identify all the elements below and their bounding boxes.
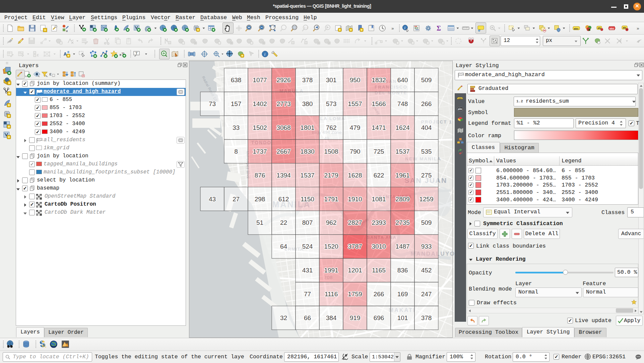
svg-text:638: 638 bbox=[231, 76, 242, 84]
svg-text:962: 962 bbox=[326, 219, 337, 226]
svg-text:77: 77 bbox=[304, 291, 311, 298]
svg-text:3010: 3010 bbox=[372, 243, 386, 250]
svg-text:abc: abc bbox=[609, 27, 615, 30]
svg-text:abc: abc bbox=[574, 27, 579, 30]
svg-text:266: 266 bbox=[421, 100, 432, 107]
svg-text:ab: ab bbox=[598, 27, 601, 30]
svg-text:452: 452 bbox=[421, 267, 432, 274]
svg-text:640: 640 bbox=[397, 76, 408, 84]
svg-text:i: i bbox=[264, 52, 266, 57]
svg-text:1520: 1520 bbox=[324, 243, 338, 250]
svg-text:8: 8 bbox=[234, 148, 238, 155]
svg-text:1201: 1201 bbox=[348, 267, 362, 274]
svg-text:1791: 1791 bbox=[324, 196, 338, 203]
svg-text:2773: 2773 bbox=[276, 100, 291, 107]
svg-text:32: 32 bbox=[280, 314, 287, 321]
svg-text:535: 535 bbox=[421, 148, 432, 155]
svg-text:1165: 1165 bbox=[372, 267, 386, 274]
svg-text:836: 836 bbox=[397, 267, 408, 274]
svg-text:378: 378 bbox=[302, 76, 313, 84]
svg-text:43: 43 bbox=[209, 196, 216, 203]
svg-text:1259: 1259 bbox=[419, 196, 433, 203]
svg-text:1402: 1402 bbox=[253, 100, 267, 107]
svg-text:1537: 1537 bbox=[395, 148, 409, 155]
svg-text:ab: ab bbox=[623, 26, 626, 29]
svg-text:1801: 1801 bbox=[300, 124, 314, 131]
svg-text:1502: 1502 bbox=[253, 124, 267, 131]
svg-text:378: 378 bbox=[421, 314, 432, 321]
svg-text:247: 247 bbox=[421, 291, 432, 298]
svg-text:1566: 1566 bbox=[372, 100, 386, 107]
svg-text:1537: 1537 bbox=[300, 172, 314, 179]
svg-text:266: 266 bbox=[374, 291, 384, 298]
svg-text:380: 380 bbox=[302, 100, 313, 107]
svg-text:2926: 2926 bbox=[276, 76, 291, 84]
svg-text:51: 51 bbox=[256, 219, 263, 226]
svg-text:1737: 1737 bbox=[253, 148, 267, 155]
svg-text:1116: 1116 bbox=[325, 291, 338, 298]
svg-text:33: 33 bbox=[233, 124, 240, 131]
svg-text:1832: 1832 bbox=[372, 76, 386, 84]
svg-text:790: 790 bbox=[350, 148, 361, 155]
svg-text:933: 933 bbox=[421, 243, 432, 250]
svg-text:Σ: Σ bbox=[437, 24, 441, 32]
svg-text:27: 27 bbox=[233, 196, 240, 203]
svg-text:abc: abc bbox=[458, 108, 463, 111]
svg-text:1991: 1991 bbox=[324, 267, 338, 274]
svg-text:748: 748 bbox=[397, 100, 408, 107]
svg-text:384: 384 bbox=[326, 314, 337, 321]
svg-text:1471: 1471 bbox=[372, 124, 386, 131]
svg-text:1487: 1487 bbox=[395, 243, 409, 250]
svg-text:1628: 1628 bbox=[348, 172, 362, 179]
svg-text:2735: 2735 bbox=[395, 219, 409, 226]
svg-text:1077: 1077 bbox=[253, 76, 267, 84]
svg-text:1759: 1759 bbox=[348, 291, 362, 298]
svg-text:950: 950 bbox=[350, 76, 361, 84]
svg-text:ε: ε bbox=[37, 53, 39, 58]
svg-text:524: 524 bbox=[302, 243, 313, 250]
svg-text:1508: 1508 bbox=[324, 148, 338, 155]
svg-text:509: 509 bbox=[421, 76, 432, 84]
svg-text:»: » bbox=[637, 26, 639, 31]
svg-text:275: 275 bbox=[421, 172, 432, 179]
svg-text:1150: 1150 bbox=[301, 196, 314, 203]
svg-text:573: 573 bbox=[326, 100, 337, 107]
svg-text:404: 404 bbox=[421, 124, 432, 131]
svg-text:301: 301 bbox=[326, 76, 337, 84]
svg-text:ε: ε bbox=[49, 72, 52, 77]
svg-text:919: 919 bbox=[350, 314, 361, 321]
svg-text:2667: 2667 bbox=[276, 148, 291, 155]
svg-text:509: 509 bbox=[421, 219, 432, 226]
svg-text:696: 696 bbox=[374, 314, 384, 321]
svg-text:73: 73 bbox=[209, 100, 216, 107]
svg-text:1961: 1961 bbox=[395, 172, 409, 179]
svg-text:2393: 2393 bbox=[372, 219, 386, 226]
svg-text:612: 612 bbox=[278, 196, 289, 203]
svg-text:a: a bbox=[66, 29, 68, 33]
svg-text:»: » bbox=[391, 26, 394, 31]
svg-text:3068: 3068 bbox=[276, 124, 291, 131]
svg-text:479: 479 bbox=[350, 124, 361, 131]
svg-text:1557: 1557 bbox=[348, 100, 362, 107]
svg-text:1830: 1830 bbox=[300, 148, 314, 155]
svg-text:A: A bbox=[64, 52, 67, 57]
svg-text:622: 622 bbox=[374, 172, 384, 179]
svg-text:1624: 1624 bbox=[395, 124, 410, 131]
svg-text:298: 298 bbox=[255, 196, 265, 203]
svg-text:64: 64 bbox=[280, 243, 287, 250]
svg-text:T: T bbox=[135, 51, 138, 55]
svg-text:876: 876 bbox=[255, 172, 265, 179]
svg-text:157: 157 bbox=[231, 100, 242, 107]
svg-text:3787: 3787 bbox=[348, 243, 362, 250]
svg-text:431: 431 bbox=[302, 267, 313, 274]
svg-text:807: 807 bbox=[302, 219, 313, 226]
svg-text:2809: 2809 bbox=[395, 196, 409, 203]
svg-text:1:1: 1:1 bbox=[304, 27, 308, 29]
svg-text:1394: 1394 bbox=[276, 172, 291, 179]
svg-text:762: 762 bbox=[326, 124, 337, 131]
svg-text:2179: 2179 bbox=[324, 172, 338, 179]
svg-text:1910: 1910 bbox=[348, 196, 362, 203]
svg-text:2827: 2827 bbox=[348, 219, 362, 226]
svg-text:725: 725 bbox=[374, 148, 384, 155]
svg-text:abc: abc bbox=[458, 98, 462, 100]
